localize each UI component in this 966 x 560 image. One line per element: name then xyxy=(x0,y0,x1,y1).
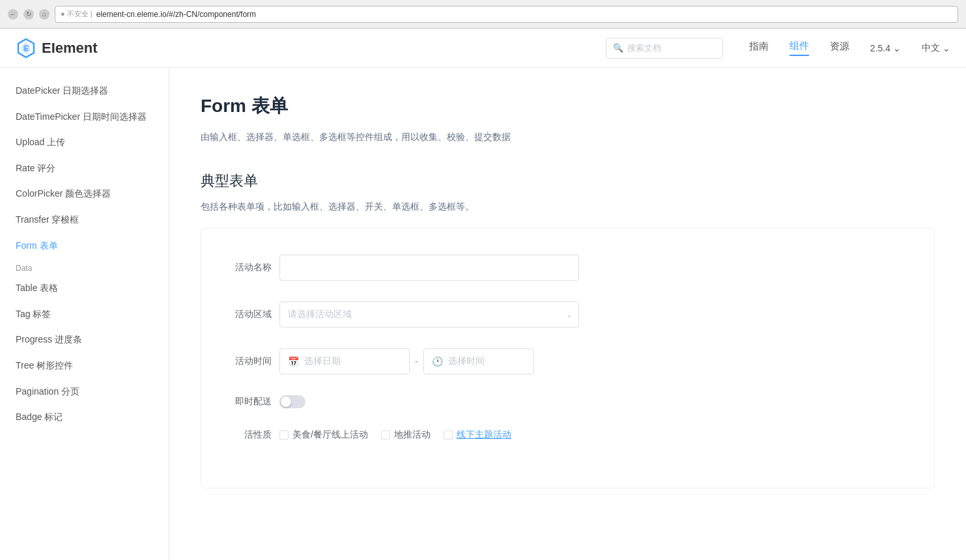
sidebar-item-tag[interactable]: Tag 标签 xyxy=(0,301,169,328)
checkbox-offline-box xyxy=(444,430,453,440)
checkbox-food[interactable]: 美食/餐厅线上活动 xyxy=(279,429,368,441)
logo[interactable]: E EIement xyxy=(16,38,98,59)
checkbox-promote-box xyxy=(381,430,390,440)
nav-guide[interactable]: 指南 xyxy=(749,40,769,55)
search-box[interactable]: 🔍 搜索文档 xyxy=(606,38,723,59)
form-control-activity-zone: 请选择活动区域 ⌄ xyxy=(279,301,579,328)
activity-zone-select-wrapper: 请选择活动区域 ⌄ xyxy=(279,301,579,328)
form-item-activity-nature: 活性质 美食/餐厅线上活动 地推活动 线下主题活动 xyxy=(227,429,908,441)
clock-icon: 🕐 xyxy=(432,356,443,367)
logo-text: EIement xyxy=(42,40,98,57)
sidebar-item-progress[interactable]: Progress 进度条 xyxy=(0,327,169,353)
form-label-activity-name: 活动名称 xyxy=(227,262,279,273)
version-selector[interactable]: 2.5.4 ⌄ xyxy=(870,43,901,53)
sidebar-item-rate[interactable]: Rate 评分 xyxy=(0,156,169,182)
nav-resource[interactable]: 资源 xyxy=(830,40,849,55)
form-item-activity-zone: 活动区域 请选择活动区域 ⌄ xyxy=(227,301,908,328)
url-text: element-cn.eleme.io/#/zh-CN/component/fo… xyxy=(96,10,256,19)
element-logo-icon: E xyxy=(16,38,36,59)
checkbox-offline[interactable]: 线下主题活动 xyxy=(444,429,511,441)
form-label-activity-zone: 活动区域 xyxy=(227,309,279,320)
checkbox-promote[interactable]: 地推活动 xyxy=(381,429,431,441)
nav-links: 指南 组件 资源 2.5.4 ⌄ 中文 ⌄ xyxy=(749,40,950,56)
section-desc-typical-form: 包括各种表单项，比如输入框、选择器、开关、单选框、多选框等。 xyxy=(201,199,935,215)
nav-component[interactable]: 组件 xyxy=(789,40,809,56)
form-control-activity-name xyxy=(279,255,579,281)
version-text: 2.5.4 xyxy=(870,43,890,53)
sidebar-item-pagination[interactable]: Pagination 分页 xyxy=(0,379,169,405)
activity-nature-checkboxes: 美食/餐厅线上活动 地推活动 线下主题活动 xyxy=(279,429,579,441)
form-item-instant-delivery: 即时配送 xyxy=(227,395,908,408)
form-label-activity-nature: 活性质 xyxy=(227,429,279,441)
browser-home-button[interactable]: ⌂ xyxy=(39,9,50,20)
security-indicator: ● 不安全 | xyxy=(61,9,92,19)
time-picker[interactable]: 🕐 选择时间 xyxy=(423,348,534,374)
sidebar-item-form[interactable]: Form 表单 xyxy=(0,233,169,259)
form-label-activity-time: 活动时间 xyxy=(227,356,279,367)
form-control-instant-delivery xyxy=(279,395,579,408)
language-text: 中文 xyxy=(922,42,940,54)
url-bar[interactable]: ● 不安全 | element-cn.eleme.io/#/zh-CN/comp… xyxy=(55,6,958,23)
section-title-typical-form: 典型表单 xyxy=(201,171,935,191)
sidebar-item-transfer[interactable]: Transfer 穿梭框 xyxy=(0,207,169,233)
activity-name-input[interactable] xyxy=(279,255,579,281)
language-chevron-icon: ⌄ xyxy=(943,43,950,53)
form-control-activity-nature: 美食/餐厅线上活动 地推活动 线下主题活动 xyxy=(279,429,579,441)
browser-chrome: ← ↻ ⌂ ● 不安全 | element-cn.eleme.io/#/zh-C… xyxy=(0,0,966,29)
date-time-row: 📅 选择日期 - 🕐 选择时间 xyxy=(279,348,579,374)
content-area: Form 表单 由输入框、选择器、单选框、多选框等控件组成，用以收集、校验、提交… xyxy=(169,68,966,560)
instant-delivery-toggle[interactable] xyxy=(279,395,305,408)
sidebar-item-table[interactable]: Table 表格 xyxy=(0,275,169,301)
form-control-activity-time: 📅 选择日期 - 🕐 选择时间 xyxy=(279,348,579,374)
checkbox-food-label: 美食/餐厅线上活动 xyxy=(292,429,368,441)
toggle-circle xyxy=(281,397,291,407)
select-arrow-icon: ⌄ xyxy=(566,310,573,319)
sidebar-item-upload[interactable]: Upload 上传 xyxy=(0,130,169,156)
activity-zone-placeholder: 请选择活动区域 xyxy=(288,309,352,320)
version-chevron-icon: ⌄ xyxy=(893,43,901,53)
checkbox-offline-label: 线下主题活动 xyxy=(457,429,511,441)
time-separator: - xyxy=(415,356,418,367)
search-icon: 🔍 xyxy=(613,43,623,53)
form-item-activity-name: 活动名称 xyxy=(227,255,908,281)
demo-box: 活动名称 活动区域 请选择活动区域 ⌄ xyxy=(201,228,935,488)
calendar-icon: 📅 xyxy=(288,356,299,367)
sidebar-item-colorpicker[interactable]: ColorPicker 颜色选择器 xyxy=(0,181,169,207)
activity-zone-select[interactable]: 请选择活动区域 xyxy=(279,301,579,328)
search-placeholder: 搜索文档 xyxy=(627,42,661,54)
language-selector[interactable]: 中文 ⌄ xyxy=(922,42,950,54)
sidebar-section-data: Data xyxy=(0,259,169,275)
checkbox-promote-label: 地推活动 xyxy=(394,429,431,441)
sidebar-item-datetimepicker[interactable]: DateTimePicker 日期时间选择器 xyxy=(0,104,169,130)
page-title: Form 表单 xyxy=(201,94,935,119)
sidebar: DatePicker 日期选择器 DateTimePicker 日期时间选择器 … xyxy=(0,68,169,560)
sidebar-item-badge[interactable]: Badge 标记 xyxy=(0,404,169,430)
sidebar-item-tree[interactable]: Tree 树形控件 xyxy=(0,353,169,379)
svg-text:E: E xyxy=(24,45,29,52)
date-placeholder: 选择日期 xyxy=(304,356,341,367)
time-placeholder: 选择时间 xyxy=(448,356,485,367)
browser-back-button[interactable]: ← xyxy=(8,9,18,20)
checkbox-food-box xyxy=(279,430,289,440)
date-picker[interactable]: 📅 选择日期 xyxy=(279,348,410,374)
page-description: 由输入框、选择器、单选框、多选框等控件组成，用以收集、校验、提交数据 xyxy=(201,129,935,145)
form-item-activity-time: 活动时间 📅 选择日期 - 🕐 选择时间 xyxy=(227,348,908,374)
main-layout: DatePicker 日期选择器 DateTimePicker 日期时间选择器 … xyxy=(0,68,966,560)
sidebar-item-datepicker[interactable]: DatePicker 日期选择器 xyxy=(0,78,169,104)
top-navigation: E EIement 🔍 搜索文档 指南 组件 资源 2.5.4 ⌄ 中文 ⌄ xyxy=(0,29,966,68)
form-label-instant-delivery: 即时配送 xyxy=(227,396,279,408)
browser-reload-button[interactable]: ↻ xyxy=(23,9,34,20)
